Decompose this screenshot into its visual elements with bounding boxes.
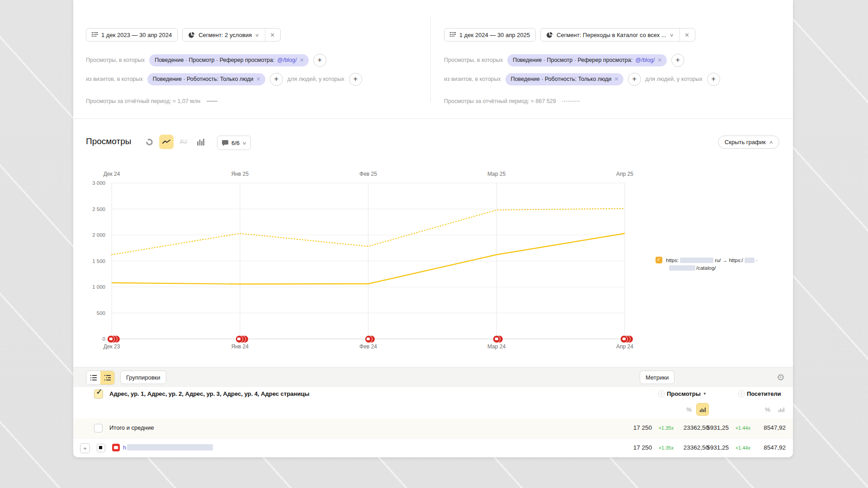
chip-text: Поведение · Роботность: Только люди: [511, 76, 612, 82]
add-people-condition-button[interactable]: +: [707, 73, 720, 86]
percent-icon: %: [765, 406, 770, 413]
people-condition-label: для людей, у которых: [288, 76, 344, 82]
pie-chart-type-button[interactable]: [142, 135, 156, 149]
segment-panel-b: 1 дек 2024 — 30 апр 2025 Сегмент: Перехо…: [444, 0, 788, 118]
chip-close-icon[interactable]: ✕: [658, 57, 662, 63]
period-summary-b: Просмотры за отчётный период: ≈ 867 529: [444, 98, 556, 104]
list-icon: [90, 375, 97, 380]
annotation-marker-icon[interactable]: [493, 335, 500, 343]
views-percent-toggle[interactable]: %: [683, 403, 695, 416]
visitors-bars-toggle[interactable]: [775, 403, 788, 416]
add-visits-condition-button[interactable]: +: [270, 73, 283, 86]
annotation-marker-cluster[interactable]: [620, 335, 633, 343]
y-axis-label: 0: [103, 336, 105, 342]
x-axis-bottom-labels: Дек 23Янв 24Фев 24Мар 24Апр 24: [112, 343, 625, 351]
arrow-right-icon: →: [722, 258, 728, 263]
x-axis-bottom-label: Мар 24: [487, 343, 505, 350]
annotation-marker-cluster[interactable]: [107, 335, 120, 343]
segment-pie-icon: [188, 32, 195, 38]
views-bars-toggle[interactable]: [696, 403, 709, 416]
hide-chart-label: Скрыть график: [725, 139, 766, 145]
site-favicon: [112, 444, 120, 451]
flat-list-view-button[interactable]: [86, 371, 100, 385]
annotation-marker-icon[interactable]: [620, 335, 628, 343]
visits-filter-chip[interactable]: Поведение · Роботность: Только люди ✕: [505, 73, 623, 85]
table-view-switcher: [86, 371, 115, 385]
button-separator: [679, 28, 680, 41]
remove-segment-icon[interactable]: ✕: [270, 32, 275, 38]
views-filter-chip[interactable]: Поведение · Просмотр · Реферер просмотра…: [507, 54, 666, 66]
groupings-label: Группировки: [126, 374, 160, 381]
y-axis-label: 500: [97, 310, 105, 316]
calendar-grid-icon: [450, 32, 456, 38]
dotted-line-swatch: [562, 101, 580, 102]
chip-link[interactable]: @/blog/: [277, 57, 297, 63]
totals-checkbox[interactable]: [94, 424, 103, 432]
annotation-marker-cluster[interactable]: [364, 335, 375, 343]
add-views-condition-button[interactable]: +: [313, 54, 326, 67]
expand-row-button[interactable]: +: [80, 443, 90, 453]
area-chart-type-button[interactable]: [176, 135, 191, 149]
chevron-down-icon: ∨: [255, 33, 259, 38]
y-axis-label: 3 000: [92, 180, 105, 186]
visitors-column-label: Посетители: [747, 390, 781, 397]
hide-chart-button[interactable]: Скрыть график ∧: [718, 136, 779, 149]
chip-close-icon[interactable]: ✕: [614, 76, 619, 82]
y-axis-label: 1 000: [92, 284, 105, 290]
table-toolbar: Группировки Метрики ⚙: [73, 367, 793, 387]
desktop-background: 1 дек 2023 — 30 апр 2024 Сегмент: 2 усло…: [0, 0, 868, 488]
annotation-marker-icon[interactable]: [107, 335, 115, 343]
add-people-condition-button[interactable]: +: [349, 73, 362, 86]
groupings-button[interactable]: Группировки: [120, 371, 166, 384]
visits-filter-chip[interactable]: Поведение · Роботность: Только люди ✕: [147, 73, 265, 85]
row-url-link[interactable]: h: [123, 444, 213, 451]
row-checkbox[interactable]: [97, 444, 105, 452]
views-column-header[interactable]: ? Просмотры ▼: [658, 390, 707, 397]
annotation-marker-icon[interactable]: [236, 335, 243, 343]
chip-close-icon[interactable]: ✕: [300, 57, 304, 63]
legend-checkbox[interactable]: [656, 257, 662, 263]
metrics-button[interactable]: Метрики: [640, 371, 675, 384]
percent-icon: %: [686, 406, 692, 413]
metrica-report-card: 1 дек 2023 — 30 апр 2024 Сегмент: 2 усло…: [73, 0, 793, 457]
note-glyph: [237, 338, 241, 340]
annotation-marker-cluster[interactable]: [493, 335, 503, 343]
totals-visitors-values: 5931,25 +1.44x 8547,92: [698, 424, 786, 431]
add-views-condition-button[interactable]: +: [671, 54, 684, 67]
chip-close-icon[interactable]: ✕: [256, 76, 261, 82]
help-icon[interactable]: ?: [738, 390, 745, 397]
y-axis-label: 2 500: [92, 206, 105, 212]
visitors-percent-toggle[interactable]: %: [761, 403, 774, 416]
date-range-label: 1 дек 2023 — 30 апр 2024: [101, 32, 172, 38]
segment-button-b[interactable]: Сегмент: Переходы в Каталог со всех ... …: [540, 28, 695, 42]
help-icon[interactable]: ?: [658, 390, 665, 397]
segment-panel-a: 1 дек 2023 — 30 апр 2024 Сегмент: 2 усло…: [86, 0, 420, 118]
y-axis-label: 1 500: [92, 258, 105, 264]
add-visits-condition-button[interactable]: +: [628, 73, 641, 86]
mini-bars-icon: [778, 407, 784, 412]
chevron-down-icon: ∨: [242, 141, 247, 145]
tree-view-button[interactable]: [100, 371, 114, 385]
date-range-button-b[interactable]: 1 дек 2024 — 30 апр 2025: [444, 28, 536, 42]
visitors-column-header[interactable]: ? Посетители: [738, 390, 781, 397]
x-axis-bottom-label: Дек 23: [104, 343, 120, 350]
select-all-checkbox[interactable]: [94, 389, 103, 399]
date-range-button-a[interactable]: 1 дек 2023 — 30 апр 2024: [86, 28, 178, 42]
metric-display-toggles: % %: [73, 403, 793, 417]
remove-segment-icon[interactable]: ✕: [684, 32, 689, 38]
views-filter-chip[interactable]: Поведение · Просмотр · Реферер просмотра…: [149, 54, 308, 66]
y-axis-label: 2 000: [92, 232, 105, 238]
chart-plot-svg: [112, 183, 625, 339]
segment-button-a[interactable]: Сегмент: 2 условия ∨ ✕: [182, 28, 281, 42]
series-count-dropdown[interactable]: 6/6 ∨: [217, 136, 251, 150]
table-header: Адрес, ур. 1, Адрес, ур. 2, Адрес, ур. 3…: [73, 387, 793, 403]
x-axis-top-labels: Дек 24Янв 25Фев 25Мар 25Апр 25: [112, 171, 625, 178]
chip-link[interactable]: @/blog/: [635, 57, 655, 63]
annotation-marker-cluster[interactable]: [236, 335, 249, 343]
y-axis-labels: 3 0002 5002 0001 5001 0005000: [73, 183, 108, 339]
bar-chart-type-button[interactable]: [193, 135, 208, 149]
annotation-marker-icon[interactable]: [364, 335, 372, 343]
mini-bars-icon: [700, 407, 706, 412]
gear-icon[interactable]: ⚙: [777, 371, 785, 384]
line-chart-type-button[interactable]: [159, 135, 174, 149]
